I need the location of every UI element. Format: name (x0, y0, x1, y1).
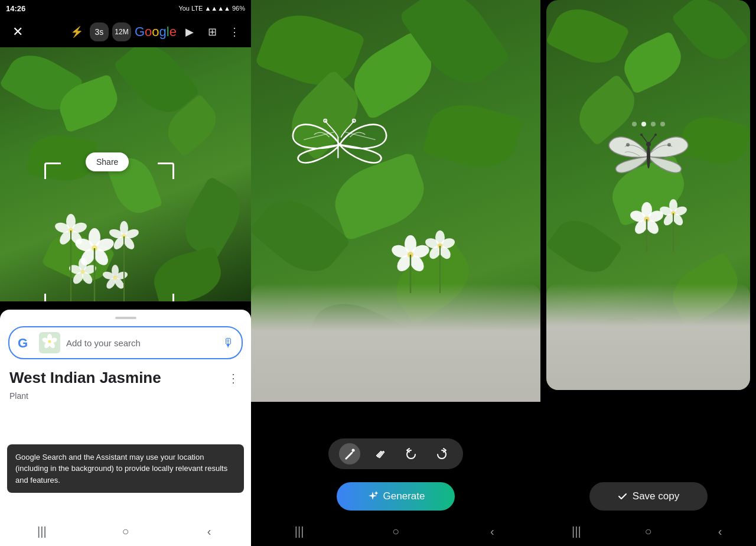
bracket-tl (44, 162, 61, 179)
right-nav-home[interactable]: ○ (633, 516, 663, 546)
status-icons: You LTE ▲▲▲▲ 96% (178, 5, 245, 12)
right-nav-back[interactable]: ‹ (705, 516, 735, 546)
nav-back-icon[interactable]: ‹ (194, 516, 224, 546)
g-letter-e: e (170, 24, 177, 40)
undo-button[interactable] (400, 443, 422, 464)
pen-button[interactable] (339, 443, 360, 464)
svg-line-63 (649, 135, 656, 144)
save-copy-label: Save copy (633, 490, 679, 502)
right-image (546, 0, 750, 390)
generate-label: Generate (383, 490, 425, 502)
dot-4[interactable] (660, 122, 665, 126)
plant-title: West Indian Jasmine (9, 369, 161, 387)
signal-icon: You LTE ▲▲▲▲ (178, 5, 230, 12)
save-copy-button[interactable]: Save copy (589, 482, 708, 511)
plant-category: Plant (0, 390, 251, 408)
mid-leaf-5 (422, 96, 523, 176)
plant-title-area: West Indian Jasmine ⋮ (0, 366, 251, 390)
more-menu-icon[interactable]: ⋮ (225, 369, 242, 388)
undo-icon (405, 447, 418, 460)
right-flowers (617, 193, 700, 254)
pen-icon (343, 447, 356, 460)
svg-point-67 (667, 143, 671, 147)
left-panel: Share 14:26 You LTE ▲▲▲▲ 96% ✕ ⚡ 3s 12M … (0, 0, 251, 546)
layers-icon[interactable]: ⊞ (203, 22, 221, 41)
right-leaf-1 (546, 0, 630, 73)
flash-icon[interactable]: ⚡ (67, 22, 86, 41)
left-nav-bar: ||| ○ ‹ (0, 516, 251, 546)
svg-line-44 (345, 132, 376, 139)
bottom-sheet: G Add to your search 🎙 (0, 310, 251, 546)
svg-point-64 (640, 134, 643, 136)
tooltip-text: Google Search and the Assistant may use … (15, 453, 227, 485)
sparkle-icon (367, 490, 379, 502)
redo-icon (435, 447, 448, 460)
status-time: 14:26 (6, 4, 25, 13)
bracket-bl (44, 294, 61, 301)
selection-box (44, 162, 174, 301)
mid-flowers (375, 222, 470, 295)
redo-button[interactable] (431, 443, 452, 464)
bracket-br (158, 294, 174, 301)
svg-point-66 (626, 143, 630, 147)
mid-nav-menu[interactable]: ||| (285, 516, 314, 546)
mid-leaf-1 (255, 4, 366, 97)
svg-point-59 (352, 449, 355, 452)
g-letter-g: G (135, 24, 145, 40)
right-nav-bar: ||| ○ ‹ (540, 516, 756, 546)
top-bar: ✕ ⚡ 3s 12M Google ▶ ⊞ ⋮ (0, 17, 251, 47)
middle-image (251, 0, 540, 402)
dot-3[interactable] (651, 122, 656, 126)
middle-nav-bar: ||| ○ ‹ (251, 516, 540, 546)
mic-icon[interactable]: 🎙 (223, 336, 234, 350)
draw-toolbar (328, 438, 463, 469)
right-nav-menu[interactable]: ||| (562, 516, 591, 546)
more-options-icon[interactable]: ⋮ (225, 22, 244, 41)
battery-icon: 96% (232, 5, 245, 12)
search-bar[interactable]: G Add to your search 🎙 (8, 326, 243, 359)
google-logo: Google (135, 24, 177, 40)
svg-line-43 (304, 132, 334, 139)
g-letter-o1: o (145, 24, 152, 40)
right-leaf-7 (546, 210, 623, 283)
eraser-icon (374, 447, 387, 460)
right-butterfly (601, 118, 696, 197)
plant-image-area: Share (0, 47, 251, 301)
generate-button[interactable]: Generate (337, 482, 455, 511)
timer-icon[interactable]: 3s (90, 22, 109, 41)
search-thumbnail (39, 332, 60, 353)
share-button[interactable]: Share (86, 152, 129, 171)
svg-point-40 (48, 340, 51, 343)
location-tooltip: Google Search and the Assistant may use … (7, 444, 244, 493)
timer-12m-icon[interactable]: 12M (112, 22, 131, 41)
close-button[interactable]: ✕ (7, 21, 28, 43)
google-g-logo: G (17, 334, 33, 351)
g-letter-o2: o (152, 24, 159, 40)
right-leaf-3 (671, 0, 750, 70)
nav-home-icon[interactable]: ○ (110, 516, 140, 546)
mid-nav-home[interactable]: ○ (381, 516, 410, 546)
stone-ground (251, 284, 540, 402)
svg-point-60 (647, 145, 650, 168)
play-icon[interactable]: ▶ (180, 22, 199, 41)
sheet-handle (115, 317, 136, 319)
bracket-tr (158, 162, 174, 179)
dot-1[interactable] (632, 122, 637, 126)
right-panel: Save copy ||| ○ ‹ (540, 0, 756, 546)
g-letter-g2: g (159, 24, 167, 40)
svg-line-62 (641, 135, 649, 144)
eraser-button[interactable] (370, 443, 391, 464)
save-button-area: Save copy (540, 482, 756, 511)
plant-name: West Indian Jasmine (9, 369, 161, 387)
dots-indicator (540, 122, 756, 126)
search-placeholder[interactable]: Add to your search (66, 338, 217, 348)
nav-menu-icon[interactable]: ||| (27, 516, 57, 546)
butterfly-sketch (286, 106, 393, 186)
middle-panel: Generate ||| ○ ‹ (251, 0, 540, 546)
mid-nav-back[interactable]: ‹ (477, 516, 507, 546)
status-bar: 14:26 You LTE ▲▲▲▲ 96% (0, 0, 251, 17)
svg-text:G: G (18, 336, 28, 350)
dot-2[interactable] (641, 122, 646, 126)
right-leaf-2 (617, 31, 688, 95)
action-buttons: Generate (251, 482, 540, 511)
